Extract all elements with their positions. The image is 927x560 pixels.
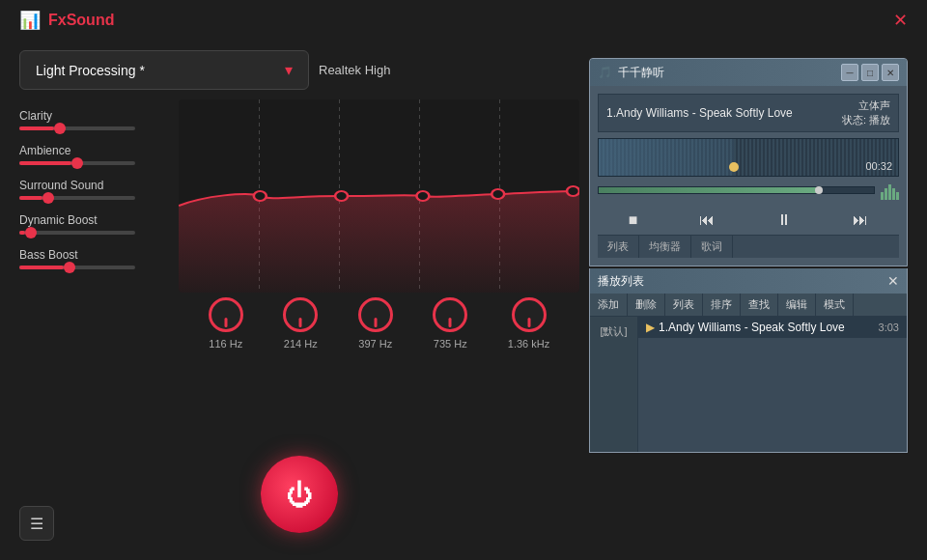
slider-ambience-thumb[interactable] bbox=[71, 157, 83, 169]
slider-dynamic-thumb[interactable] bbox=[25, 227, 37, 238]
player-tab-eq[interactable]: 均衡器 bbox=[639, 236, 691, 258]
playlist-window: 播放列表 ✕ 添加 删除 列表 排序 查找 编辑 模式 [默认] ▶ 1 bbox=[589, 268, 908, 453]
progress-overlay bbox=[599, 139, 734, 176]
logo: 📊 FxSound bbox=[19, 10, 114, 31]
eq-point-3[interactable] bbox=[416, 191, 429, 201]
titlebar-minimize-button[interactable]: ─ bbox=[841, 64, 858, 81]
player-tab-lyrics[interactable]: 歌词 bbox=[691, 236, 733, 258]
next-button[interactable]: ⏭ bbox=[847, 210, 874, 231]
preset-row: Light Processing * ▾ Realtek High bbox=[19, 50, 579, 90]
slider-ambience-label: Ambience bbox=[19, 144, 169, 157]
player-titlebar: 🎵 千千静听 ─ □ ✕ bbox=[590, 59, 907, 86]
speaker-bar-5 bbox=[896, 192, 899, 200]
playlist-title-text: 播放列表 bbox=[598, 273, 644, 290]
preset-dropdown[interactable]: Light Processing * ▾ bbox=[19, 50, 309, 90]
player-window: 🎵 千千静听 ─ □ ✕ 1.Andy Williams - Speak Sof… bbox=[589, 58, 908, 266]
eq-fill bbox=[179, 191, 579, 293]
eq-band-label-397hz: 397 Hz bbox=[358, 338, 392, 350]
eq-curve-svg bbox=[179, 99, 579, 293]
status-value: 播放 bbox=[869, 114, 890, 126]
player-title-text: 千千静听 bbox=[618, 65, 664, 81]
eq-knob-136khz[interactable] bbox=[512, 297, 547, 332]
player-controls: ■ ⏮ ⏸ ⏭ bbox=[598, 206, 899, 235]
stop-button[interactable]: ■ bbox=[623, 210, 644, 231]
player-content: 1.Andy Williams - Speak Softly Love 立体声 … bbox=[590, 86, 907, 266]
logo-icon: 📊 bbox=[19, 10, 41, 31]
playlist-track-1[interactable]: ▶ 1.Andy Williams - Speak Softly Love 3:… bbox=[638, 317, 907, 338]
slider-surround-fill bbox=[19, 196, 42, 200]
playlist-menu-mode[interactable]: 模式 bbox=[816, 294, 854, 316]
music-icon: 🎵 bbox=[598, 66, 612, 79]
playlist-menu-sort[interactable]: 排序 bbox=[703, 294, 741, 316]
eq-point-4[interactable] bbox=[492, 189, 504, 199]
right-panel: 🎵 千千静听 ─ □ ✕ 1.Andy Williams - Speak Sof… bbox=[589, 58, 908, 453]
eq-bands: 116 Hz 214 Hz 397 Hz 735 Hz bbox=[179, 297, 579, 350]
slider-ambience-fill bbox=[19, 161, 71, 165]
playlist-menu-edit[interactable]: 编辑 bbox=[778, 294, 816, 316]
progress-thumb[interactable] bbox=[729, 162, 739, 172]
eq-point-1[interactable] bbox=[254, 191, 267, 201]
playlist-menu: 添加 删除 列表 排序 查找 编辑 模式 bbox=[590, 294, 907, 317]
speaker-bar-3 bbox=[888, 184, 891, 200]
eq-knob-214hz[interactable] bbox=[283, 297, 318, 332]
track-info-bar: 1.Andy Williams - Speak Softly Love 立体声 … bbox=[598, 94, 899, 132]
speaker-bars bbox=[881, 181, 899, 200]
eq-knob-397hz[interactable] bbox=[358, 297, 393, 332]
slider-clarity-thumb[interactable] bbox=[54, 123, 66, 134]
playlist-menu-delete[interactable]: 删除 bbox=[628, 294, 665, 316]
speaker-bar-1 bbox=[881, 192, 884, 200]
sliders-panel: Clarity Ambience S bbox=[19, 99, 169, 436]
volume-thumb[interactable] bbox=[815, 186, 823, 194]
eq-point-2[interactable] bbox=[335, 191, 348, 201]
player-tabs: 列表 均衡器 歌词 bbox=[598, 235, 899, 258]
track-1-duration: 3:03 bbox=[879, 322, 899, 333]
playlist-menu-add[interactable]: 添加 bbox=[590, 294, 628, 316]
slider-bass-thumb[interactable] bbox=[64, 262, 75, 273]
playlist-menu-find[interactable]: 查找 bbox=[741, 294, 778, 316]
hamburger-icon: ☰ bbox=[30, 515, 43, 533]
eq-band-label-214hz: 214 Hz bbox=[284, 338, 318, 350]
slider-dynamic-track[interactable] bbox=[19, 231, 135, 235]
player-titlebar-buttons: ─ □ ✕ bbox=[841, 64, 899, 81]
track-playing-icon: ▶ bbox=[646, 321, 655, 334]
fxsound-window: 📊 FxSound ✕ Light Processing * ▾ Realtek… bbox=[0, 0, 927, 560]
eq-band-label-735hz: 735 Hz bbox=[434, 338, 467, 350]
playlist-close-button[interactable]: ✕ bbox=[887, 273, 899, 289]
menu-button[interactable]: ☰ bbox=[19, 506, 54, 541]
left-panel: Light Processing * ▾ Realtek High Clarit… bbox=[19, 50, 579, 543]
eq-point-5[interactable] bbox=[567, 186, 579, 196]
slider-dynamic-label: Dynamic Boost bbox=[19, 213, 169, 227]
volume-fill bbox=[599, 187, 819, 193]
volume-bar[interactable] bbox=[598, 186, 875, 194]
speaker-bar-2 bbox=[885, 188, 887, 200]
titlebar-close-button[interactable]: ✕ bbox=[882, 64, 899, 81]
preset-label: Light Processing * bbox=[36, 63, 145, 78]
prev-button[interactable]: ⏮ bbox=[693, 210, 720, 231]
eq-knob-735hz[interactable] bbox=[433, 297, 467, 332]
player-tab-list[interactable]: 列表 bbox=[598, 236, 639, 258]
power-button[interactable]: ⏻ bbox=[261, 456, 338, 533]
eq-band-label-116hz: 116 Hz bbox=[209, 338, 242, 350]
speaker-bar-4 bbox=[892, 188, 895, 200]
volume-bar-row bbox=[598, 181, 899, 200]
close-button[interactable]: ✕ bbox=[893, 10, 908, 31]
chevron-down-icon: ▾ bbox=[285, 61, 293, 79]
titlebar-restore-button[interactable]: □ bbox=[861, 64, 879, 81]
slider-surround-track[interactable] bbox=[19, 196, 135, 200]
controls-area: Clarity Ambience S bbox=[19, 99, 579, 436]
playlist-menu-list[interactable]: 列表 bbox=[665, 294, 703, 316]
playlist-sidebar: [默认] bbox=[590, 317, 638, 452]
waveform-bar[interactable]: 00:32 bbox=[598, 138, 899, 177]
slider-clarity-fill bbox=[19, 126, 54, 130]
slider-ambience-track[interactable] bbox=[19, 161, 135, 165]
eq-knob-116hz[interactable] bbox=[209, 297, 243, 332]
eq-container bbox=[179, 99, 579, 293]
track-name: 1.Andy Williams - Speak Softly Love bbox=[606, 106, 842, 120]
slider-surround-thumb[interactable] bbox=[42, 192, 54, 204]
time-display: 00:32 bbox=[865, 160, 892, 172]
eq-band-116hz: 116 Hz bbox=[209, 297, 243, 350]
eq-band-397hz: 397 Hz bbox=[358, 297, 393, 350]
slider-bass-track[interactable] bbox=[19, 266, 135, 269]
slider-clarity-track[interactable] bbox=[19, 126, 135, 130]
pause-button[interactable]: ⏸ bbox=[771, 210, 798, 231]
